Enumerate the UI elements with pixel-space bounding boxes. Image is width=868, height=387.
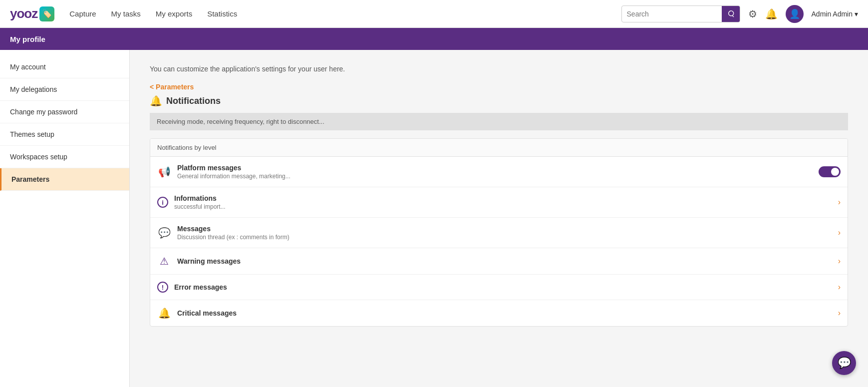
platform-messages-icon: 📢 (157, 166, 171, 178)
platform-messages-toggle[interactable] (819, 166, 841, 177)
chat-button[interactable]: 💬 (832, 351, 856, 375)
section-title: Notifications (166, 96, 221, 106)
nav-link-capture[interactable]: Capture (69, 7, 96, 20)
search-icon (727, 10, 735, 18)
error-chevron-icon: › (838, 283, 841, 292)
error-right: › (838, 283, 841, 292)
sidebar-item-my-delegations[interactable]: My delegations (0, 78, 129, 101)
messages-icon: 💬 (157, 227, 171, 239)
main-layout: My account My delegations Change my pass… (0, 50, 868, 387)
user-name[interactable]: Admin Admin ▾ (812, 10, 858, 18)
notif-row-informations[interactable]: i Informations successful import... › (150, 187, 848, 218)
chevron-down-icon: ▾ (855, 10, 858, 18)
messages-desc: Discussion thread (ex : comments in form… (177, 234, 838, 241)
section-header: 🔔 Notifications (150, 95, 848, 107)
nav-link-my-exports[interactable]: My exports (156, 7, 192, 20)
notif-row-error[interactable]: ! Error messages › (150, 275, 848, 300)
informations-desc: successful import... (174, 203, 838, 210)
error-icon: ! (157, 282, 168, 293)
gear-button[interactable]: ⚙ (748, 8, 757, 20)
search-button[interactable] (722, 5, 740, 22)
error-content: Error messages (174, 283, 838, 291)
bell-icon: 🔔 (765, 8, 778, 20)
critical-right: › (838, 309, 841, 318)
messages-right: › (838, 228, 841, 237)
critical-chevron-icon: › (838, 309, 841, 318)
critical-icon: 🔔 (157, 307, 171, 319)
messages-title: Messages (177, 225, 838, 233)
search-box (621, 5, 740, 22)
gear-icon: ⚙ (748, 8, 757, 20)
informations-title: Informations (174, 194, 838, 202)
sidebar-item-workspaces-setup[interactable]: Workspaces setup (0, 146, 129, 168)
critical-content: Critical messages (177, 309, 838, 317)
section-bell-icon: 🔔 (150, 95, 162, 107)
main-content: You can customize the application's sett… (130, 50, 868, 387)
search-input[interactable] (622, 8, 722, 20)
notif-row-warning[interactable]: ⚠ Warning messages › (150, 248, 848, 275)
logo-icon: 🏷️ (39, 6, 54, 21)
nav-link-my-tasks[interactable]: My tasks (111, 7, 141, 20)
notif-row-platform-messages[interactable]: 📢 Platform messages General information … (150, 157, 848, 187)
sidebar-item-parameters[interactable]: Parameters (0, 168, 129, 191)
warning-right: › (838, 257, 841, 266)
avatar-icon: 👤 (789, 8, 800, 19)
profile-bar: My profile (0, 28, 868, 50)
by-level-label: Notifications by level (150, 139, 848, 157)
params-back-link[interactable]: < Parameters (150, 83, 848, 91)
notif-row-critical[interactable]: 🔔 Critical messages › (150, 300, 848, 326)
topnav: yooz 🏷️ Capture My tasks My exports Stat… (0, 0, 868, 28)
bell-button[interactable]: 🔔 (765, 8, 778, 20)
messages-chevron-icon: › (838, 228, 841, 237)
error-title: Error messages (174, 283, 838, 291)
nav-links: Capture My tasks My exports Statistics (69, 7, 621, 20)
logo-text: yooz (10, 6, 37, 21)
messages-content: Messages Discussion thread (ex : comment… (177, 225, 838, 241)
informations-content: Informations successful import... (174, 194, 838, 210)
sidebar-item-change-password[interactable]: Change my password (0, 101, 129, 123)
sidebar: My account My delegations Change my pass… (0, 50, 130, 387)
notification-summary: Receiving mode, receiving frequency, rig… (150, 113, 848, 130)
warning-chevron-icon: › (838, 257, 841, 266)
platform-messages-desc: General information message, marketing..… (177, 173, 819, 180)
nav-link-statistics[interactable]: Statistics (207, 7, 237, 20)
warning-title: Warning messages (177, 257, 838, 265)
informations-icon: i (157, 197, 168, 208)
sidebar-item-my-account[interactable]: My account (0, 56, 129, 78)
profile-bar-title: My profile (10, 35, 45, 43)
logo: yooz 🏷️ (10, 6, 54, 21)
avatar[interactable]: 👤 (786, 5, 804, 23)
platform-messages-right (819, 166, 841, 177)
warning-content: Warning messages (177, 257, 838, 265)
chat-icon: 💬 (838, 357, 851, 370)
informations-right: › (838, 198, 841, 207)
nav-right: ⚙ 🔔 👤 Admin Admin ▾ (621, 5, 858, 23)
platform-messages-content: Platform messages General information me… (177, 164, 819, 180)
sidebar-item-themes-setup[interactable]: Themes setup (0, 123, 129, 146)
critical-title: Critical messages (177, 309, 838, 317)
platform-messages-title: Platform messages (177, 164, 819, 172)
informations-chevron-icon: › (838, 198, 841, 207)
warning-icon: ⚠ (157, 255, 171, 267)
notifications-panel: Notifications by level 📢 Platform messag… (150, 138, 848, 327)
user-name-text: Admin Admin (812, 10, 853, 18)
notif-row-messages[interactable]: 💬 Messages Discussion thread (ex : comme… (150, 218, 848, 248)
content-subtitle: You can customize the application's sett… (150, 65, 848, 73)
